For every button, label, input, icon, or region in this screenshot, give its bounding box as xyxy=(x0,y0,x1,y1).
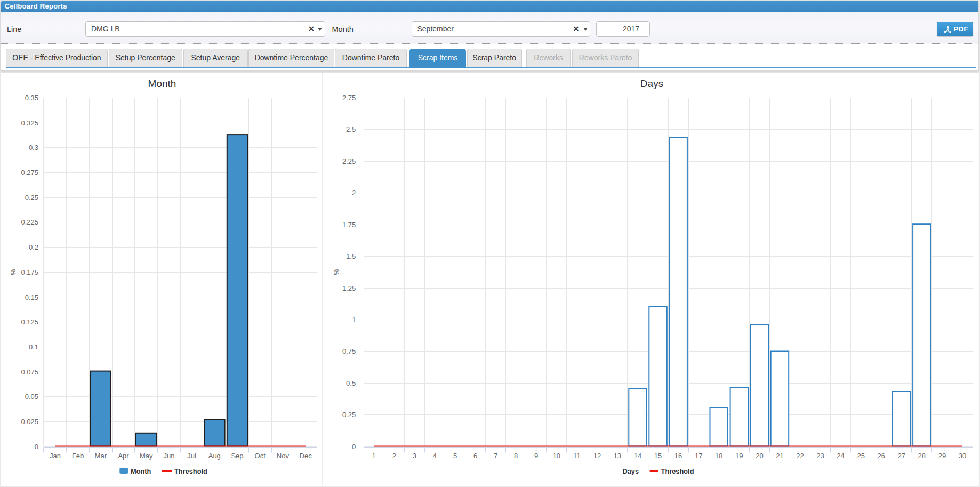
svg-text:0.5: 0.5 xyxy=(346,379,356,387)
svg-text:21: 21 xyxy=(776,452,783,460)
svg-text:0.75: 0.75 xyxy=(342,347,356,355)
svg-text:2: 2 xyxy=(352,189,356,197)
svg-text:1: 1 xyxy=(352,316,356,324)
svg-text:2: 2 xyxy=(392,452,396,460)
svg-text:15: 15 xyxy=(654,452,662,460)
svg-text:0.325: 0.325 xyxy=(21,119,38,127)
svg-text:Days: Days xyxy=(623,467,639,475)
svg-text:0.125: 0.125 xyxy=(21,318,38,326)
svg-text:%: % xyxy=(9,269,17,275)
svg-text:14: 14 xyxy=(634,452,641,460)
svg-text:0.225: 0.225 xyxy=(21,218,38,226)
svg-text:20: 20 xyxy=(756,452,763,460)
svg-text:Aug: Aug xyxy=(208,452,221,460)
svg-text:0.35: 0.35 xyxy=(25,94,38,102)
svg-text:0.1: 0.1 xyxy=(29,343,38,351)
svg-text:%: % xyxy=(332,269,340,275)
svg-text:19: 19 xyxy=(735,452,743,460)
svg-text:13: 13 xyxy=(614,452,621,460)
svg-text:0: 0 xyxy=(352,443,356,451)
svg-text:0.2: 0.2 xyxy=(29,243,38,251)
svg-text:Mar: Mar xyxy=(95,452,107,460)
svg-text:Jul: Jul xyxy=(187,452,196,460)
svg-text:0.25: 0.25 xyxy=(25,194,38,202)
svg-text:25: 25 xyxy=(857,452,864,460)
svg-text:16: 16 xyxy=(674,452,682,460)
svg-text:Jan: Jan xyxy=(50,452,61,460)
svg-text:0.25: 0.25 xyxy=(342,411,356,419)
svg-text:Days: Days xyxy=(640,78,663,89)
svg-text:Feb: Feb xyxy=(72,452,84,460)
svg-text:24: 24 xyxy=(837,452,844,460)
svg-text:17: 17 xyxy=(695,452,702,460)
svg-text:Month: Month xyxy=(131,467,151,475)
svg-text:2.5: 2.5 xyxy=(346,125,356,133)
svg-text:23: 23 xyxy=(816,452,824,460)
svg-text:Sep: Sep xyxy=(231,452,243,460)
svg-text:10: 10 xyxy=(553,452,560,460)
svg-text:1.5: 1.5 xyxy=(346,252,356,260)
svg-text:9: 9 xyxy=(534,452,538,460)
svg-text:5: 5 xyxy=(453,452,457,460)
svg-text:27: 27 xyxy=(898,452,905,460)
svg-text:Month: Month xyxy=(148,78,176,89)
svg-text:Apr: Apr xyxy=(118,452,129,460)
svg-text:0: 0 xyxy=(35,443,38,451)
svg-text:28: 28 xyxy=(918,452,926,460)
svg-text:26: 26 xyxy=(877,452,885,460)
svg-text:0.075: 0.075 xyxy=(21,368,38,376)
svg-text:May: May xyxy=(140,452,153,460)
svg-text:Dec: Dec xyxy=(300,452,312,460)
svg-text:1: 1 xyxy=(372,452,376,460)
svg-text:8: 8 xyxy=(514,452,518,460)
svg-text:Threshold: Threshold xyxy=(661,467,694,475)
svg-text:0.05: 0.05 xyxy=(25,393,38,401)
svg-text:Jun: Jun xyxy=(163,452,174,460)
svg-text:3: 3 xyxy=(413,452,416,460)
svg-text:0.175: 0.175 xyxy=(21,268,38,276)
svg-text:4: 4 xyxy=(433,452,437,460)
svg-text:22: 22 xyxy=(796,452,804,460)
svg-text:2.75: 2.75 xyxy=(342,94,356,102)
svg-text:Nov: Nov xyxy=(277,452,290,460)
svg-text:30: 30 xyxy=(959,452,966,460)
svg-text:6: 6 xyxy=(473,452,477,460)
svg-text:11: 11 xyxy=(573,452,581,460)
svg-text:0.15: 0.15 xyxy=(25,293,38,301)
svg-text:1.75: 1.75 xyxy=(342,221,356,229)
svg-text:Oct: Oct xyxy=(255,452,266,460)
svg-text:7: 7 xyxy=(494,452,497,460)
svg-text:0.275: 0.275 xyxy=(21,169,38,177)
svg-text:12: 12 xyxy=(593,452,601,460)
svg-text:29: 29 xyxy=(938,452,946,460)
svg-text:1.25: 1.25 xyxy=(342,284,356,292)
svg-text:2.25: 2.25 xyxy=(342,157,356,165)
svg-text:18: 18 xyxy=(715,452,722,460)
svg-text:Threshold: Threshold xyxy=(174,467,207,475)
svg-text:0.3: 0.3 xyxy=(29,143,38,151)
svg-text:0.025: 0.025 xyxy=(21,418,38,426)
